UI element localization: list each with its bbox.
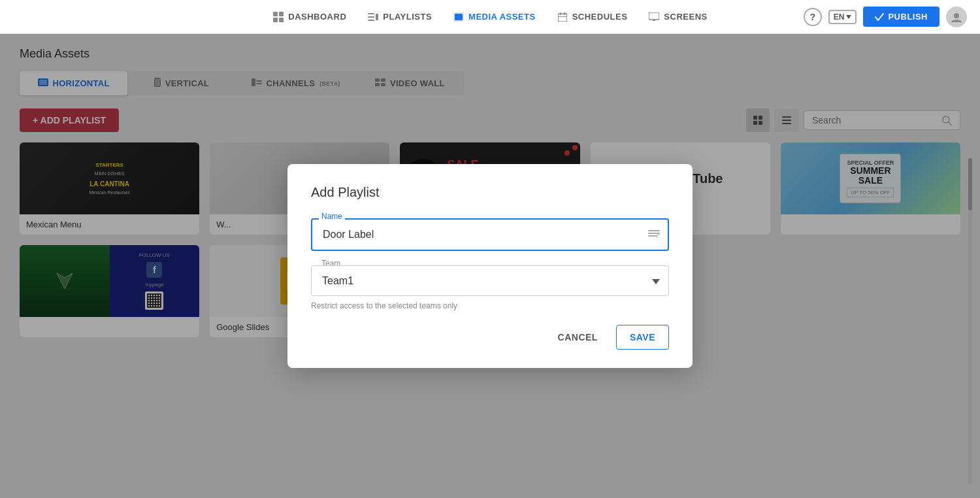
nav-screens-label: SCREENS	[664, 12, 707, 22]
cancel-button[interactable]: CANCEL	[547, 325, 608, 350]
nav-item-screens[interactable]: SCREENS	[648, 11, 707, 23]
team-select-wrapper: Team1 Team2 Team3	[311, 265, 669, 296]
svg-text:+: +	[658, 236, 661, 238]
svg-rect-5	[368, 16, 374, 18]
svg-rect-39	[648, 233, 660, 234]
top-navigation: DASHBOARD PLAYLISTS MEDIA ASSETS	[0, 0, 980, 34]
svg-rect-0	[273, 12, 278, 16]
name-field-label: Name	[319, 212, 345, 221]
nav-item-schedules[interactable]: SCHEDULES	[557, 11, 628, 23]
svg-rect-4	[368, 13, 374, 14]
svg-rect-10	[558, 14, 567, 22]
svg-rect-2	[273, 18, 278, 22]
language-selector[interactable]: EN	[828, 10, 857, 24]
nav-playlists-label: PLAYLISTS	[383, 12, 432, 22]
name-field: Name +	[311, 218, 669, 251]
nav-item-media-assets[interactable]: MEDIA ASSETS	[453, 11, 536, 23]
team-select[interactable]: Team1 Team2 Team3	[311, 265, 669, 296]
svg-rect-11	[560, 12, 561, 15]
publish-button[interactable]: PUBLISH	[863, 7, 939, 27]
svg-rect-6	[368, 20, 374, 21]
svg-rect-3	[279, 18, 284, 22]
svg-rect-12	[564, 12, 565, 15]
schedules-icon	[557, 11, 568, 23]
nav-items: DASHBOARD PLAYLISTS MEDIA ASSETS	[272, 11, 707, 23]
user-avatar[interactable]	[946, 7, 967, 27]
nav-dashboard-label: DASHBOARD	[288, 12, 346, 22]
dashboard-icon	[272, 11, 284, 23]
media-assets-icon	[453, 11, 465, 23]
svg-point-17	[954, 13, 959, 18]
modal-actions: CANCEL SAVE	[311, 325, 669, 350]
team-field-hint: Restrict access to the selected teams on…	[311, 301, 669, 310]
svg-rect-1	[279, 12, 284, 16]
nav-media-assets-label: MEDIA ASSETS	[468, 12, 536, 22]
nav-schedules-label: SCHEDULES	[572, 12, 628, 22]
nav-item-playlists[interactable]: PLAYLISTS	[367, 11, 432, 23]
playlists-icon	[367, 11, 379, 23]
help-button[interactable]: ?	[804, 8, 822, 26]
add-playlist-modal: Add Playlist Name + Team	[287, 164, 693, 368]
team-field: Team Team1 Team2 Team3 Restrict access t…	[311, 265, 669, 310]
svg-rect-38	[648, 230, 660, 231]
screens-icon	[648, 11, 660, 23]
svg-rect-14	[649, 12, 659, 20]
svg-rect-9	[455, 14, 463, 20]
name-input[interactable]	[311, 218, 669, 251]
save-button[interactable]: SAVE	[616, 325, 669, 350]
name-clear-icon[interactable]: +	[648, 229, 660, 241]
modal-overlay: Add Playlist Name + Team	[0, 34, 980, 498]
page-content: Media Assets HORIZONTAL VERTICAL CHANNEL…	[0, 34, 980, 498]
modal-title: Add Playlist	[311, 185, 669, 200]
svg-rect-15	[653, 20, 655, 21]
svg-rect-13	[558, 16, 567, 17]
nav-right-actions: ? EN PUBLISH	[804, 7, 967, 27]
nav-item-dashboard[interactable]: DASHBOARD	[272, 11, 346, 23]
svg-rect-7	[376, 14, 378, 20]
